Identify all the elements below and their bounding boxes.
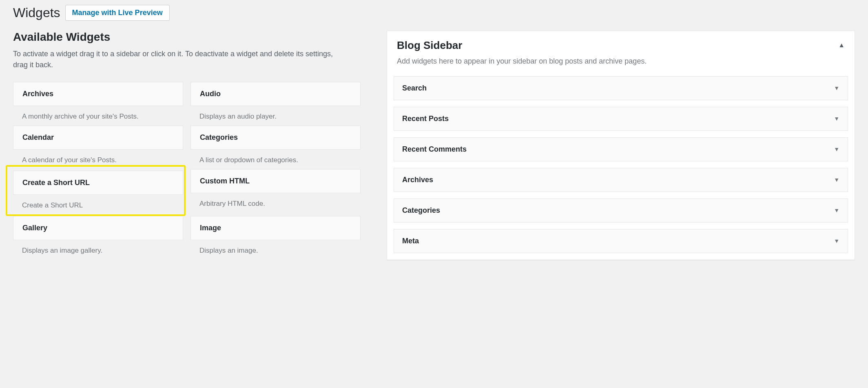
sidebar-widget-item[interactable]: Meta ▼ <box>394 229 848 253</box>
sidebar-widget-item[interactable]: Recent Posts ▼ <box>394 107 848 131</box>
sidebar-widget-label: Categories <box>402 206 440 215</box>
available-widget-desc: Displays an image. <box>190 240 361 256</box>
sidebar-widgets-list: Search ▼ Recent Posts ▼ Recent Comments … <box>387 76 855 260</box>
caret-down-icon: ▼ <box>834 85 839 91</box>
available-widget[interactable]: Create a Short URL <box>13 171 183 195</box>
page-title: Widgets <box>13 5 60 20</box>
sidebar-area-title: Blog Sidebar <box>397 39 462 52</box>
available-widget-block: Archives A monthly archive of your site'… <box>13 82 183 126</box>
available-widgets-description: To activate a widget drag it to a sideba… <box>13 48 348 71</box>
available-widget-title: Audio <box>200 90 351 98</box>
available-widget-block: Custom HTML Arbitrary HTML code. <box>190 169 361 216</box>
caret-down-icon: ▼ <box>834 207 839 214</box>
sidebar-widget-item[interactable]: Recent Comments ▼ <box>394 137 848 161</box>
available-widget-title: Calendar <box>22 133 174 142</box>
available-widget-desc: Create a Short URL <box>13 195 183 211</box>
caret-down-icon: ▼ <box>834 115 839 122</box>
available-widget[interactable]: Custom HTML <box>190 169 361 193</box>
available-widget-desc: A calendar of your site's Posts. <box>13 150 183 166</box>
available-widget-desc: A monthly archive of your site's Posts. <box>13 106 183 122</box>
manage-live-preview-button[interactable]: Manage with Live Preview <box>65 5 170 21</box>
sidebar-area-header[interactable]: Blog Sidebar ▲ <box>387 31 855 53</box>
available-widgets-grid: Archives A monthly archive of your site'… <box>13 82 361 260</box>
available-widgets-panel: Available Widgets To activate a widget d… <box>13 31 361 260</box>
sidebar-widget-label: Recent Posts <box>402 115 449 123</box>
sidebar-widget-label: Search <box>402 84 427 93</box>
available-widget[interactable]: Audio <box>190 82 361 106</box>
caret-down-icon: ▼ <box>834 146 839 152</box>
available-widget-title: Create a Short URL <box>22 179 174 187</box>
available-widget-title: Archives <box>22 90 174 98</box>
sidebar-widget-item[interactable]: Archives ▼ <box>394 168 848 192</box>
available-widget-desc: Displays an image gallery. <box>13 240 183 256</box>
caret-up-icon: ▲ <box>838 39 845 49</box>
available-widget-desc: Displays an audio player. <box>190 106 361 122</box>
available-widget-desc: Arbitrary HTML code. <box>190 193 361 209</box>
sidebar-widget-item[interactable]: Search ▼ <box>394 76 848 100</box>
available-widget[interactable]: Calendar <box>13 126 183 150</box>
available-widget-title: Gallery <box>22 224 174 232</box>
available-widget-title: Custom HTML <box>200 177 351 185</box>
available-widget-block: Image Displays an image. <box>190 216 361 260</box>
available-widget-desc: A list or dropdown of categories. <box>190 150 361 166</box>
available-widget[interactable]: Gallery <box>13 216 183 240</box>
main-layout: Available Widgets To activate a widget d… <box>13 31 855 260</box>
available-widget[interactable]: Categories <box>190 126 361 150</box>
caret-down-icon: ▼ <box>834 176 839 183</box>
available-widget-block: Categories A list or dropdown of categor… <box>190 126 361 169</box>
page-header: Widgets Manage with Live Preview <box>13 0 855 21</box>
sidebar-widget-label: Meta <box>402 237 419 245</box>
available-widget[interactable]: Image <box>190 216 361 240</box>
sidebar-area-blog-sidebar: Blog Sidebar ▲ Add widgets here to appea… <box>387 31 855 260</box>
available-widget-title: Image <box>200 224 351 232</box>
caret-down-icon: ▼ <box>834 238 839 244</box>
available-widget-block: Audio Displays an audio player. <box>190 82 361 126</box>
sidebar-area-description: Add widgets here to appear in your sideb… <box>387 53 855 76</box>
available-widget-title: Categories <box>200 133 351 142</box>
sidebar-widget-label: Archives <box>402 176 433 184</box>
available-widget-block-highlighted: Create a Short URL Create a Short URL <box>6 165 186 216</box>
sidebar-widget-label: Recent Comments <box>402 145 467 154</box>
sidebar-areas-panel: Blog Sidebar ▲ Add widgets here to appea… <box>387 31 855 260</box>
available-widget-block: Gallery Displays an image gallery. <box>13 216 183 260</box>
available-widget[interactable]: Archives <box>13 82 183 106</box>
available-widget-block: Calendar A calendar of your site's Posts… <box>13 126 183 169</box>
available-widgets-heading: Available Widgets <box>13 31 361 44</box>
sidebar-widget-item[interactable]: Categories ▼ <box>394 198 848 223</box>
